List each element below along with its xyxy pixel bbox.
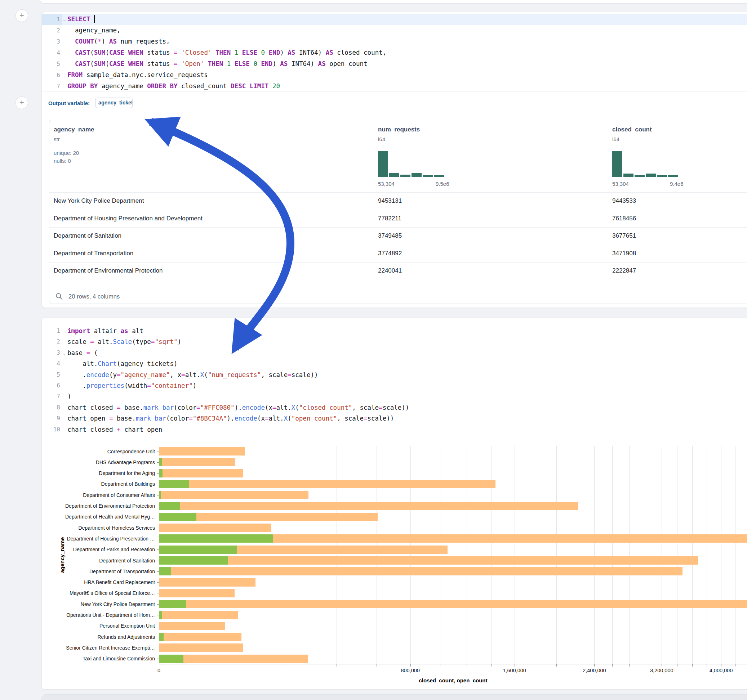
code-line[interactable]: 6FROM sample_data.nyc.service_requests [42,69,747,81]
row-count-text: 20 rows, 4 columns [68,293,119,300]
code-line[interactable]: 1import altair as alt [42,326,747,336]
bar-open-count [159,600,186,608]
bar-closed-count [159,567,682,575]
code-line[interactable]: 4 CAST(SUM(CASE WHEN status = 'Closed' T… [42,47,747,58]
x-axis-label: 4,000,000 [696,668,746,673]
y-axis-label: Refunds and Adjustments [43,634,155,640]
histogram-bar [657,175,667,177]
column-type: str [54,136,60,142]
table-row: Department of Transportation377489234719… [49,245,747,262]
line-number: 1⌄ [42,14,62,25]
code-line[interactable]: 9chart_open = base.mark_bar(color="#8BC3… [42,413,747,424]
bar-closed-count [159,578,256,587]
y-axis-tick [157,593,159,593]
code-text: CAST(SUM(CASE WHEN status = 'Open' THEN … [62,58,367,69]
add-cell-button-top[interactable]: + [15,9,28,22]
y-axis-label: Department for the Aging [43,470,155,476]
fold-chevron-icon[interactable]: ⌄ [63,348,66,359]
text-cursor [94,15,95,23]
gridline [707,446,707,664]
x-axis-tick [536,664,536,667]
y-axis-label: Personal Exemption Unit [43,623,155,629]
code-line[interactable]: 7GROUP BY agency_name ORDER BY closed_co… [42,81,747,92]
table-cell: 9453131 [378,197,402,205]
bar-closed-count [159,600,747,608]
altair-chart: closed_count, open_count agency_name 080… [42,437,747,689]
x-axis-tick [377,664,377,667]
table-row: New York City Police Department945313194… [49,192,747,210]
x-axis-tick [285,664,285,667]
histogram-bar [612,151,622,177]
output-variable-pill[interactable]: agency_tickets [95,98,133,108]
y-axis-tick [157,648,159,648]
line-number: 10 [42,424,62,435]
divider [42,91,747,92]
y-axis-label: Department of Housing Preservation … [43,536,155,542]
x-axis-label: 800,000 [385,668,435,673]
code-line[interactable]: 5 CAST(SUM(CASE WHEN status = 'Open' THE… [42,58,747,69]
gridline [159,446,159,664]
bar-open-count [159,458,162,466]
gridline [629,446,629,664]
y-axis-tick [157,473,159,474]
code-line[interactable]: 2 agency_name, [42,25,747,36]
x-axis-tick [556,664,557,667]
code-line[interactable]: 1⌄SELECT [42,14,747,25]
x-axis-tick [410,664,411,667]
code-text: chart_open = base.mark_bar(color="#8BC34… [62,413,394,424]
y-axis-tick [157,615,159,616]
search-icon[interactable] [55,293,63,300]
histogram-bar [400,175,410,177]
code-text: scale = alt.Scale(type="sqrt") [62,336,181,347]
code-line[interactable]: 6 .properties(width="container") [42,380,747,391]
y-axis-label: Department of Buildings [43,481,155,487]
x-axis-tick [735,664,735,667]
line-number: 5 [42,58,62,69]
y-axis-label: Senior Citizen Rent Increase Exempti… [43,645,155,651]
column-header[interactable]: agency_name [54,126,94,133]
y-axis-title: agency_name [59,537,65,573]
code-line[interactable]: 10chart_closed + chart_open [42,424,747,435]
y-axis-tick [157,539,159,539]
code-line[interactable]: 3 COUNT(*) AS num_requests, [42,36,747,47]
gridline [410,446,411,664]
y-axis-tick [157,451,159,452]
y-axis-tick [157,637,159,637]
line-number: 2 [42,25,62,36]
x-axis-tick [440,664,440,667]
code-line[interactable]: 5 .encode(y="agency_name", x=alt.X("num_… [42,370,747,380]
x-axis-tick [514,664,515,667]
y-axis-tick [157,484,159,484]
divider [42,113,747,113]
bar-open-count [159,567,171,575]
table-cell: Department of Transportation [54,250,133,257]
sql-cell: 1⌄SELECT 2 agency_name,3 COUNT(*) AS num… [41,12,747,308]
line-number: 6 [42,380,62,391]
y-axis-tick [157,528,159,528]
histogram-bar [389,173,399,177]
gridline [285,446,285,664]
code-line[interactable]: 2scale = alt.Scale(type="sqrt") [42,336,747,347]
line-number: 9 [42,413,62,424]
sql-editor[interactable]: 1⌄SELECT 2 agency_name,3 COUNT(*) AS num… [42,14,747,92]
bar-closed-count [159,633,242,641]
x-axis-tick [491,664,492,667]
y-axis-label: Department of Consumer Affairs [43,492,155,498]
code-line[interactable]: 8chart_closed = base.mark_bar(color="#FF… [42,402,747,413]
bar-closed-count [159,469,243,477]
x-axis-tick [467,664,467,667]
python-editor[interactable]: 1import altair as alt2scale = alt.Scale(… [42,326,747,435]
line-number: 3 [42,36,62,47]
column-header[interactable]: num_requests [378,126,420,133]
add-cell-button-middle[interactable]: + [15,97,28,109]
column-header[interactable]: closed_count [612,126,652,133]
table-cell: 3749485 [378,232,402,240]
y-axis-label: Department of Sanitation [43,558,155,564]
y-axis-tick [157,495,159,495]
code-text: base = ( [62,347,98,358]
gridline [467,446,467,664]
code-line[interactable]: 4 alt.Chart(agency_tickets) [42,358,747,369]
code-line[interactable]: 3⌄base = ( [42,347,747,358]
fold-chevron-icon[interactable]: ⌄ [63,14,66,25]
code-line[interactable]: 7) [42,391,747,402]
